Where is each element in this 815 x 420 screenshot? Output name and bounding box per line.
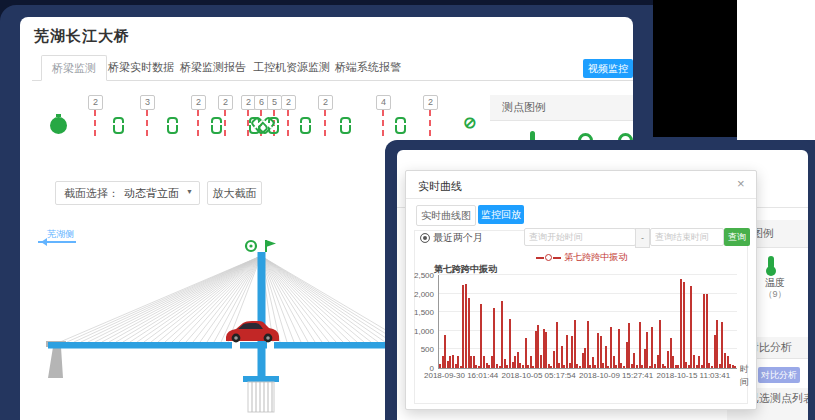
sensor-drop-line xyxy=(197,110,199,136)
chart-bar xyxy=(618,329,620,368)
chart-bar xyxy=(716,320,718,368)
sensor-drop-line xyxy=(224,110,226,136)
stopwatch-icon[interactable] xyxy=(50,117,67,134)
video-monitor-button[interactable]: 视频监控 xyxy=(583,59,633,78)
temperature-count: （9） xyxy=(757,288,793,301)
x-tick-label: 2018-10-15 11:03:41 xyxy=(656,371,730,380)
range-separator: - xyxy=(635,228,650,248)
chart-bar xyxy=(525,338,527,368)
chart-bar xyxy=(587,321,589,368)
tower-foundation-cap xyxy=(243,376,279,382)
sensor-count-badge: 2 xyxy=(218,95,233,110)
x-tick-label: 2018-10-05 05:17:54 xyxy=(501,371,575,380)
tab-bar: 桥梁监测桥梁实时数据桥梁监测报告工控机资源监测桥端系统报警 xyxy=(32,55,633,81)
link-sensor-icon[interactable] xyxy=(340,117,351,134)
tab-realtime-curve[interactable]: 实时曲线图 xyxy=(416,205,476,226)
legend-line-icon xyxy=(553,257,561,259)
search-button[interactable]: 查询 xyxy=(724,228,750,246)
compare-analysis-button[interactable]: 对比分析 xyxy=(758,367,800,383)
y-tick-label: 1,000 xyxy=(406,327,434,336)
chart-bar xyxy=(556,322,558,369)
tower-piles xyxy=(248,382,274,412)
link-sensor-icon[interactable] xyxy=(167,117,178,134)
recent-range-radio[interactable] xyxy=(420,233,430,243)
x-axis-title: 时间 xyxy=(740,363,756,389)
realtime-curve-dialog: 实时曲线 × 实时曲线图 监控回放 最近两个月 - 查询 第七跨跨中振动 第七跨… xyxy=(405,170,757,410)
chart-bar xyxy=(628,323,630,368)
chart-bar xyxy=(639,322,641,368)
sensor-count-badge: 2 xyxy=(191,95,206,110)
chart-bar xyxy=(659,320,661,368)
chart-bar xyxy=(734,366,736,368)
section-select-label: 截面选择： xyxy=(64,186,119,201)
link-sensor-icon[interactable] xyxy=(211,117,222,134)
sensor-count-badge: 2 xyxy=(318,95,333,110)
page-title: 芜湖长江大桥 xyxy=(34,27,130,46)
chart-bar xyxy=(706,294,708,368)
y-tick-label: 500 xyxy=(406,345,434,354)
chart-bar xyxy=(651,327,653,368)
sensor-count-badge: 2 xyxy=(88,95,103,110)
section-select-value: 动态背立面 xyxy=(124,186,179,201)
bridge-tower xyxy=(258,252,266,378)
chart-bar xyxy=(545,332,547,368)
link-sensor-icon[interactable] xyxy=(395,117,406,134)
x-tick-label: 2018-09-30 16:01:44 xyxy=(424,371,498,380)
chart-bar xyxy=(646,332,648,368)
no-entry-icon[interactable]: ⊘ xyxy=(463,113,476,132)
zoom-section-button[interactable]: 放大截面 xyxy=(207,181,262,205)
chart-bar xyxy=(493,308,495,368)
black-gap xyxy=(653,0,737,137)
tab-monitor-playback[interactable]: 监控回放 xyxy=(478,205,524,224)
link-sensor-icon[interactable] xyxy=(300,117,311,134)
legend-line-icon xyxy=(536,257,544,259)
sensor-count-badge: 4 xyxy=(376,95,391,110)
sensor-drop-line xyxy=(94,110,96,136)
divider xyxy=(406,198,756,199)
bridge-cables xyxy=(60,256,390,342)
legend-panel-title: 测点图例 xyxy=(490,95,633,121)
chart-bar xyxy=(501,301,503,368)
recent-range-label: 最近两个月 xyxy=(433,231,483,245)
bridge-deck-right xyxy=(274,342,390,349)
sensor-drop-line xyxy=(146,110,148,136)
chart-bar xyxy=(509,319,511,368)
screenshot-stage: 芜湖长江大桥 桥梁监测桥梁实时数据桥梁监测报告工控机资源监测桥端系统报警 视频监… xyxy=(0,0,815,420)
chart-bar xyxy=(605,346,607,368)
legend-series-name: 第七跨跨中振动 xyxy=(564,252,627,262)
x-tick-label: 2018-10-09 15:27:41 xyxy=(579,371,653,380)
tab-5[interactable]: 桥端系统报警 xyxy=(325,55,411,79)
query-start-input[interactable] xyxy=(524,228,636,246)
anemometer-icon[interactable] xyxy=(266,240,276,252)
sensor-count-badge: 2 xyxy=(423,95,438,110)
link-sensor-icon[interactable] xyxy=(113,117,124,134)
bridge-elevation-drawing xyxy=(20,238,390,420)
y-tick-label: 2,000 xyxy=(406,290,434,299)
dialog-title: 实时曲线 xyxy=(418,179,462,194)
y-tick-label: 2,500 xyxy=(406,271,434,280)
vibration-chart-plot xyxy=(438,275,737,369)
sensor-count-badge: 2 xyxy=(281,95,296,110)
query-end-input[interactable] xyxy=(650,228,724,246)
chart-bar xyxy=(574,320,576,368)
bridge-deck-left xyxy=(48,342,232,349)
section-select[interactable]: 截面选择： 动态背立面 ▼ xyxy=(55,181,200,205)
thermometer-icon[interactable] xyxy=(768,256,774,269)
sensor-count-badge: 5 xyxy=(267,95,282,110)
background-window-corner xyxy=(737,0,815,140)
sensor-drop-line xyxy=(382,110,384,136)
chart-bar xyxy=(683,282,685,368)
sensor-drop-line xyxy=(324,110,326,136)
chevron-down-icon: ▼ xyxy=(186,188,193,195)
gps-icon[interactable] xyxy=(246,241,256,251)
legend-marker-icon xyxy=(545,254,552,261)
close-icon[interactable]: × xyxy=(737,176,745,191)
sensor-drop-line xyxy=(287,110,289,136)
sensor-drop-line xyxy=(429,110,431,136)
car xyxy=(226,321,279,342)
sensor-count-badge: 3 xyxy=(140,95,155,110)
y-tick-label: 1,500 xyxy=(406,308,434,317)
